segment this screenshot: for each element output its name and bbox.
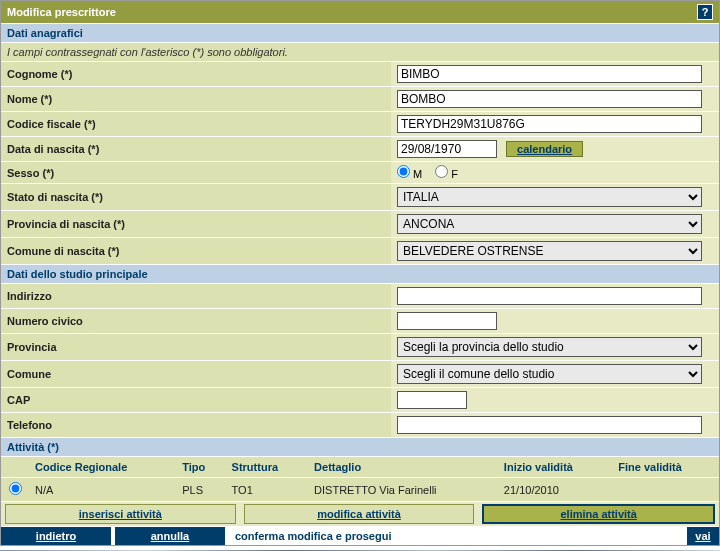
vai-button[interactable]: vai	[687, 527, 719, 545]
help-button[interactable]: ?	[697, 4, 713, 20]
inserisci-attivita-button[interactable]: inserisci attività	[5, 504, 236, 524]
activity-table: Codice Regionale Tipo Struttura Dettagli…	[1, 456, 719, 501]
section-attivita: Attività (*)	[1, 437, 719, 456]
label-sesso-f: F	[451, 168, 458, 180]
indietro-button[interactable]: indietro	[1, 527, 111, 545]
modifica-attivita-button[interactable]: modifica attività	[244, 504, 475, 524]
input-cap[interactable]	[397, 391, 467, 409]
input-cf[interactable]	[397, 115, 702, 133]
table-row: N/A PLS TO1 DISTRETTO Via Farinelli 21/1…	[1, 478, 719, 502]
confirm-text: conferma modifica e prosegui	[229, 527, 687, 545]
elimina-attivita-button[interactable]: elimina attività	[482, 504, 715, 524]
cell-dettaglio: DISTRETTO Via Farinelli	[308, 478, 498, 502]
label-sesso-m: M	[413, 168, 422, 180]
titlebar: Modifica prescrittore ?	[1, 1, 719, 23]
required-note: I campi contrassegnati con l'asterisco (…	[1, 42, 719, 61]
col-struttura: Struttura	[226, 457, 308, 478]
row-select-radio[interactable]	[9, 482, 22, 495]
section-anagrafica: Dati anagrafici	[1, 23, 719, 42]
input-nome[interactable]	[397, 90, 702, 108]
label-civico: Numero civico	[1, 309, 391, 334]
select-comune-studio[interactable]: Scegli il comune dello studio	[397, 364, 702, 384]
annulla-button[interactable]: annulla	[115, 527, 225, 545]
col-fine: Fine validità	[612, 457, 719, 478]
col-tipo: Tipo	[176, 457, 225, 478]
radio-sesso-m[interactable]	[397, 165, 410, 178]
calendar-button[interactable]: calendario	[506, 141, 583, 157]
label-telefono: Telefono	[1, 413, 391, 438]
select-stato[interactable]: ITALIA	[397, 187, 702, 207]
label-nome: Nome (*)	[1, 87, 391, 112]
radio-sesso-f[interactable]	[435, 165, 448, 178]
col-dettaglio: Dettaglio	[308, 457, 498, 478]
input-nascita[interactable]	[397, 140, 497, 158]
input-telefono[interactable]	[397, 416, 702, 434]
col-inizio: Inizio validità	[498, 457, 612, 478]
cell-fine	[612, 478, 719, 502]
label-comune-studio: Comune	[1, 361, 391, 388]
label-stato: Stato di nascita (*)	[1, 184, 391, 211]
select-provincia-studio[interactable]: Scegli la provincia dello studio	[397, 337, 702, 357]
cell-codice: N/A	[29, 478, 176, 502]
select-provincia[interactable]: ANCONA	[397, 214, 702, 234]
label-cap: CAP	[1, 388, 391, 413]
input-civico[interactable]	[397, 312, 497, 330]
label-indirizzo: Indirizzo	[1, 284, 391, 309]
label-comune: Comune di nascita (*)	[1, 238, 391, 265]
cell-inizio: 21/10/2010	[498, 478, 612, 502]
label-nascita: Data di nascita (*)	[1, 137, 391, 162]
label-provincia: Provincia di nascita (*)	[1, 211, 391, 238]
label-sesso: Sesso (*)	[1, 162, 391, 184]
page-title: Modifica prescrittore	[7, 6, 116, 18]
section-studio: Dati dello studio principale	[1, 264, 719, 283]
label-provincia-studio: Provincia	[1, 334, 391, 361]
input-cognome[interactable]	[397, 65, 702, 83]
label-cognome: Cognome (*)	[1, 62, 391, 87]
select-comune[interactable]: BELVEDERE OSTRENSE	[397, 241, 702, 261]
label-cf: Codice fiscale (*)	[1, 112, 391, 137]
cell-struttura: TO1	[226, 478, 308, 502]
cell-tipo: PLS	[176, 478, 225, 502]
input-indirizzo[interactable]	[397, 287, 702, 305]
col-codice: Codice Regionale	[29, 457, 176, 478]
